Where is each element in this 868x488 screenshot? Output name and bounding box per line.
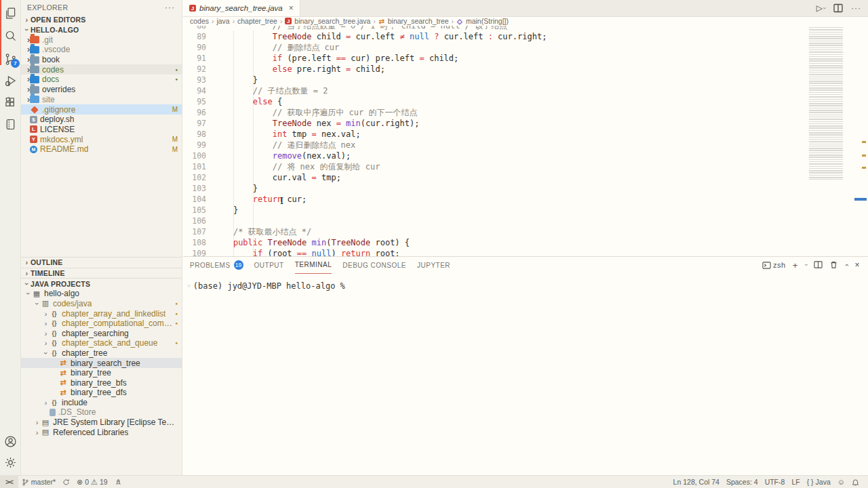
search-icon[interactable] bbox=[0, 26, 20, 46]
language-mode[interactable]: { }Java bbox=[804, 478, 834, 486]
java-tree-item-chapter_computational_complexity[interactable]: ›{}chapter_computational_complexity● bbox=[20, 319, 182, 329]
java-tree-item-codes-java[interactable]: ›▥codes/java● bbox=[20, 299, 182, 309]
editor-more-actions-icon[interactable]: ··· bbox=[851, 3, 861, 13]
code-line-105[interactable]: 105 } bbox=[183, 205, 868, 216]
new-terminal-icon[interactable]: + bbox=[793, 260, 798, 270]
open-editors-section[interactable]: › OPEN EDITORS bbox=[20, 15, 182, 25]
outline-section[interactable]: › OUTLINE bbox=[20, 257, 182, 268]
remote-indicator[interactable]: >< bbox=[0, 476, 18, 488]
code-line-108[interactable]: 108 public TreeNode min(TreeNode root) { bbox=[183, 237, 868, 248]
java-tree-item-JRE-System-Library-Eclipse-Temurin-17-17...[interactable]: ›▤JRE System Library [Eclipse Temurin 17… bbox=[20, 418, 182, 428]
explorer-item-mkdocs.yml[interactable]: ›Ymkdocs.ymlM bbox=[20, 134, 182, 144]
run-java-button[interactable]: ▷› bbox=[816, 3, 825, 13]
eol-sequence[interactable]: LF bbox=[788, 478, 803, 486]
explorer-item-.git[interactable]: ›.git bbox=[20, 35, 182, 45]
code-line-93[interactable]: 93 } bbox=[183, 75, 868, 85]
java-tree-item-chapter_array_and_linkedlist[interactable]: ›{}chapter_array_and_linkedlist● bbox=[20, 308, 182, 319]
indentation[interactable]: Spaces: 4 bbox=[723, 478, 762, 486]
code-line-103[interactable]: 103 } bbox=[183, 183, 868, 194]
code-line-94[interactable]: 94 // 子结点数量 = 2 bbox=[183, 85, 868, 96]
explorer-item-.vscode[interactable]: ›.vscode bbox=[20, 45, 182, 55]
code-line-98[interactable]: 98 int tmp = nex.val; bbox=[183, 129, 868, 140]
code-line-100[interactable]: 100 remove(nex.val); bbox=[183, 150, 868, 161]
java-tree-item-hello-algo[interactable]: ›▦hello-algo bbox=[20, 289, 182, 299]
code-line-106[interactable]: 106 bbox=[183, 216, 868, 226]
java-tree-item-binary_search_tree[interactable]: ›⇄binary_search_tree bbox=[20, 358, 182, 368]
notifications-bell-icon[interactable] bbox=[848, 479, 863, 486]
explorer-item-codes[interactable]: ›codes● bbox=[20, 64, 182, 75]
terminal-viewport[interactable]: ○ (base) jyd@JYD-MBP hello-algo % bbox=[183, 273, 868, 291]
code-line-99[interactable]: 99 // 递归删除结点 nex bbox=[183, 140, 868, 150]
feedback-smiley-icon[interactable]: ☺ bbox=[834, 478, 848, 486]
explorer-item-.gitignore[interactable]: ›.gitignoreM bbox=[20, 104, 182, 115]
java-tree-item-binary_tree_dfs[interactable]: ›⇄binary_tree_dfs bbox=[20, 388, 182, 398]
tab-output[interactable]: OUTPUT bbox=[254, 257, 284, 273]
java-tree-item-binary_tree_bfs[interactable]: ›⇄binary_tree_bfs bbox=[20, 378, 182, 388]
code-line-97[interactable]: 97 TreeNode nex = min(cur.right); bbox=[183, 118, 868, 129]
explorer-item-README.md[interactable]: ›MREADME.mdM bbox=[20, 144, 182, 155]
tab-problems[interactable]: PROBLEMS 19 bbox=[190, 257, 243, 273]
breadcrumb-item[interactable]: binary_search_tree.java bbox=[294, 17, 370, 25]
source-control-icon[interactable]: 7 bbox=[0, 49, 20, 69]
tab-terminal[interactable]: TERMINAL bbox=[295, 257, 332, 274]
account-icon[interactable] bbox=[0, 431, 20, 451]
minimap[interactable] bbox=[807, 27, 853, 180]
split-terminal-icon[interactable] bbox=[814, 260, 823, 270]
timeline-section[interactable]: › TIMELINE bbox=[20, 268, 182, 279]
code-line-101[interactable]: 101 // 将 nex 的值复制给 cur bbox=[183, 161, 868, 172]
explorer-more-actions-icon[interactable]: ··· bbox=[165, 3, 175, 12]
java-ready-status[interactable] bbox=[111, 476, 125, 488]
explorer-item-deploy.sh[interactable]: ›$deploy.sh bbox=[20, 115, 182, 125]
split-editor-icon[interactable] bbox=[833, 3, 843, 13]
explorer-item-site[interactable]: ›site bbox=[20, 95, 182, 105]
code-line-92[interactable]: 92 else pre.right = child; bbox=[183, 64, 868, 75]
java-tree-item-include[interactable]: ›{}include bbox=[20, 398, 182, 408]
explorer-item-book[interactable]: ›book bbox=[20, 55, 182, 65]
java-tree-item-chapter_stack_and_queue[interactable]: ›{}chapter_stack_and_queue● bbox=[20, 338, 182, 348]
notebook-icon[interactable] bbox=[0, 114, 20, 134]
explorer-item-docs[interactable]: ›docs● bbox=[20, 75, 182, 85]
java-tree-item-chapter_tree[interactable]: ›{}chapter_tree bbox=[20, 348, 182, 359]
breadcrumb-item[interactable]: binary_search_tree bbox=[388, 17, 449, 25]
java-projects-section[interactable]: › JAVA PROJECTS bbox=[20, 278, 182, 289]
tab-debug-console[interactable]: DEBUG CONSOLE bbox=[342, 257, 406, 273]
kill-terminal-icon[interactable] bbox=[829, 260, 838, 270]
code-line-90[interactable]: 90 // 删除结点 cur bbox=[183, 42, 868, 53]
java-tree-item-chapter_searching[interactable]: ›{}chapter_searching bbox=[20, 328, 182, 338]
code-line-104[interactable]: 104 return cur; bbox=[183, 194, 868, 205]
close-tab-icon[interactable]: × bbox=[289, 3, 294, 13]
git-branch-status[interactable]: master* bbox=[18, 476, 59, 488]
code-line-95[interactable]: 95 else { bbox=[183, 96, 868, 107]
java-tree-item-.DS_Store[interactable]: ›.DS_Store bbox=[20, 407, 182, 418]
terminal-shell-selector[interactable]: zsh bbox=[762, 261, 786, 270]
cursor-position[interactable]: Ln 128, Col 74 bbox=[670, 478, 723, 486]
breadcrumb-item[interactable]: codes bbox=[190, 17, 209, 25]
java-tree-item-Referenced-Libraries[interactable]: ›▤Referenced Libraries bbox=[20, 427, 182, 437]
explorer-item-overrides[interactable]: ›overrides bbox=[20, 85, 182, 95]
explorer-icon[interactable] bbox=[0, 3, 20, 23]
problems-status[interactable]: ⊗0 ⚠19 bbox=[73, 476, 111, 488]
terminal-dropdown-icon[interactable]: › bbox=[803, 264, 810, 266]
code-line-109[interactable]: 109 if (root == null) return root; bbox=[183, 248, 868, 256]
code-line-102[interactable]: 102 cur.val = tmp; bbox=[183, 172, 868, 183]
code-editor[interactable]: 88 // 当子结点数量 = 0 / 1 时， child = null / 该… bbox=[183, 20, 868, 256]
run-debug-icon[interactable] bbox=[0, 70, 20, 91]
code-line-89[interactable]: 89 TreeNode child = cur.left ≠ null ? cu… bbox=[183, 31, 868, 42]
explorer-item-LICENSE[interactable]: ›LLICENSE bbox=[20, 125, 182, 135]
java-tree-item-binary_tree[interactable]: ›⇄binary_tree bbox=[20, 368, 182, 378]
maximize-panel-icon[interactable]: › bbox=[842, 264, 850, 266]
encoding[interactable]: UTF-8 bbox=[762, 478, 789, 486]
sync-status[interactable] bbox=[59, 476, 73, 488]
tab-binary-search-tree[interactable]: J binary_search_tree.java × bbox=[183, 0, 300, 16]
tab-jupyter[interactable]: JUPYTER bbox=[417, 257, 450, 273]
breadcrumb-item[interactable]: main(String[]) bbox=[466, 17, 509, 25]
close-panel-icon[interactable]: × bbox=[854, 260, 860, 270]
settings-gear-icon[interactable] bbox=[0, 452, 20, 472]
workspace-root-section[interactable]: › HELLO-ALGO bbox=[20, 25, 182, 35]
breadcrumb-item[interactable]: chapter_tree bbox=[237, 17, 277, 25]
breadcrumb-item[interactable]: java bbox=[216, 17, 229, 25]
overview-ruler[interactable] bbox=[853, 0, 868, 256]
extensions-icon[interactable] bbox=[0, 92, 20, 113]
code-line-91[interactable]: 91 if (pre.left == cur) pre.left = child… bbox=[183, 53, 868, 64]
code-line-96[interactable]: 96 // 获取中序遍历中 cur 的下一个结点 bbox=[183, 107, 868, 118]
